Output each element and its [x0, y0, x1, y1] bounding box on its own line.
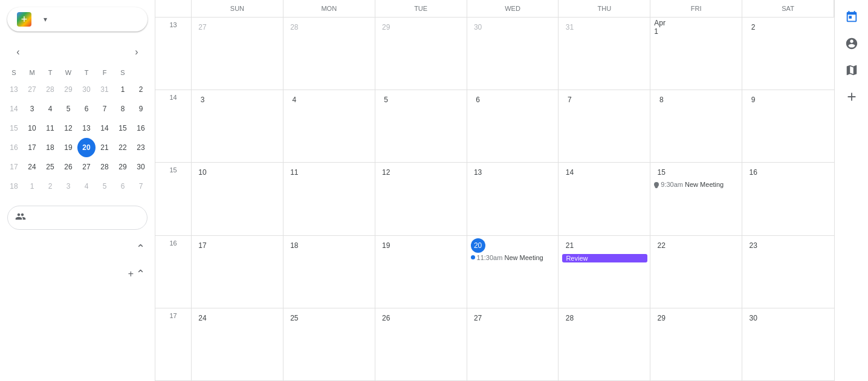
day-cell-1-6[interactable]: 9: [742, 90, 834, 162]
day-cell-2-1[interactable]: 11: [283, 163, 375, 235]
day-cell-0-2[interactable]: 29: [375, 18, 467, 90]
day-cell-4-0[interactable]: 24: [192, 308, 283, 380]
day-cell-3-1[interactable]: 18: [283, 236, 375, 308]
mini-cal-cell-4-4[interactable]: 27: [77, 157, 96, 177]
mini-cal-cell-0-1[interactable]: 27: [23, 80, 41, 99]
mini-cal-cell-5-0[interactable]: 18: [5, 177, 23, 196]
day-cell-4-2[interactable]: 26: [375, 308, 467, 380]
mini-cal-next-button[interactable]: ›: [128, 44, 145, 60]
day-cell-4-4[interactable]: 28: [559, 308, 650, 380]
my-calendars-header[interactable]: ⌃: [7, 237, 147, 260]
mini-cal-cell-1-1[interactable]: 3: [23, 99, 41, 119]
day-cell-4-1[interactable]: 25: [283, 308, 375, 380]
mini-cal-cell-4-5[interactable]: 28: [96, 157, 114, 177]
mini-cal-cell-5-7[interactable]: 7: [132, 177, 150, 196]
day-num-4-1: 25: [287, 311, 302, 325]
mini-cal-cell-0-5[interactable]: 31: [96, 80, 114, 99]
day-cell-1-4[interactable]: 7: [559, 90, 650, 162]
mini-cal-cell-4-0[interactable]: 17: [5, 157, 23, 177]
mini-cal-cell-3-4[interactable]: 20: [77, 138, 96, 157]
event-chip-purple-3-4-0[interactable]: Review: [562, 254, 647, 262]
day-cell-0-0[interactable]: 27: [192, 18, 283, 90]
mini-cal-cell-1-5[interactable]: 7: [96, 99, 114, 119]
mini-cal-cell-1-6[interactable]: 8: [114, 99, 132, 119]
day-cell-1-5[interactable]: 8: [650, 90, 742, 162]
map-icon[interactable]: [840, 58, 864, 82]
mini-cal-cell-2-5[interactable]: 14: [96, 119, 114, 138]
mini-cal-cell-3-1[interactable]: 17: [23, 138, 41, 157]
day-cell-0-6[interactable]: 2: [742, 18, 834, 90]
mini-cal-cell-4-1[interactable]: 24: [23, 157, 41, 177]
day-cell-2-0[interactable]: 10: [192, 163, 283, 235]
mini-cal-cell-0-0[interactable]: 13: [5, 80, 23, 99]
mini-cal-cell-0-2[interactable]: 28: [41, 80, 59, 99]
mini-cal-cell-5-3[interactable]: 3: [59, 177, 77, 196]
mini-cal-cell-3-6[interactable]: 22: [114, 138, 132, 157]
mini-cal-cell-2-0[interactable]: 15: [5, 119, 23, 138]
day-cell-3-3[interactable]: 2011:30am New Meeting: [467, 236, 559, 308]
search-people[interactable]: [7, 206, 147, 230]
mini-cal-cell-0-4[interactable]: 30: [77, 80, 96, 99]
mini-cal-cell-2-6[interactable]: 15: [114, 119, 132, 138]
mini-cal-cell-3-2[interactable]: 18: [41, 138, 59, 157]
mini-cal-cell-5-4[interactable]: 4: [77, 177, 96, 196]
mini-cal-cell-4-3[interactable]: 26: [59, 157, 77, 177]
day-cell-1-0[interactable]: 3: [192, 90, 283, 162]
day-cell-2-4[interactable]: 14: [559, 163, 650, 235]
account-circle-icon[interactable]: [840, 31, 864, 56]
other-calendars-header[interactable]: + ⌃: [7, 262, 147, 285]
add-icon[interactable]: [840, 85, 864, 109]
create-button[interactable]: + ▾: [7, 7, 147, 31]
mini-cal-cell-1-0[interactable]: 14: [5, 99, 23, 119]
event-time-2-5-0[interactable]: ●9:30am New Meeting: [654, 181, 739, 188]
day-cell-0-4[interactable]: 31: [559, 18, 650, 90]
mini-cal-cell-0-3[interactable]: 29: [59, 80, 77, 99]
day-cell-2-6[interactable]: 16: [742, 163, 834, 235]
mini-cal-cell-1-7[interactable]: 9: [132, 99, 150, 119]
day-cell-3-0[interactable]: 17: [192, 236, 283, 308]
day-cell-4-3[interactable]: 27: [467, 308, 559, 380]
day-cell-3-5[interactable]: 22: [650, 236, 742, 308]
mini-cal-cell-5-6[interactable]: 6: [114, 177, 132, 196]
day-cell-3-4[interactable]: 21Review: [559, 236, 650, 308]
day-cell-2-2[interactable]: 12: [375, 163, 467, 235]
mini-cal-cell-1-2[interactable]: 4: [41, 99, 59, 119]
day-cell-0-3[interactable]: 30: [467, 18, 559, 90]
mini-cal-cell-3-3[interactable]: 19: [59, 138, 77, 157]
day-cell-0-5[interactable]: Apr 1: [650, 18, 742, 90]
mini-cal-cell-3-0[interactable]: 16: [5, 138, 23, 157]
mini-cal-cell-2-4[interactable]: 13: [77, 119, 96, 138]
week-num-header: [155, 0, 192, 17]
mini-cal-cell-3-5[interactable]: 21: [96, 138, 114, 157]
header-thu: THU: [559, 0, 650, 17]
day-cell-0-1[interactable]: 28: [283, 18, 375, 90]
mini-cal-cell-2-1[interactable]: 10: [23, 119, 41, 138]
mini-cal-cell-4-2[interactable]: 25: [41, 157, 59, 177]
day-cell-3-6[interactable]: 23: [742, 236, 834, 308]
mini-cal-cell-4-6[interactable]: 29: [114, 157, 132, 177]
day-cell-2-3[interactable]: 13: [467, 163, 559, 235]
mini-cal-cell-2-2[interactable]: 11: [41, 119, 59, 138]
mini-cal-cell-2-3[interactable]: 12: [59, 119, 77, 138]
mini-cal-cell-5-5[interactable]: 5: [96, 177, 114, 196]
mini-cal-cell-1-3[interactable]: 5: [59, 99, 77, 119]
mini-cal-cell-5-2[interactable]: 2: [41, 177, 59, 196]
day-cell-3-2[interactable]: 19: [375, 236, 467, 308]
mini-cal-cell-0-7[interactable]: 2: [132, 80, 150, 99]
other-calendars-add-icon[interactable]: +: [128, 269, 134, 279]
mini-cal-prev-button[interactable]: ‹: [10, 44, 27, 60]
day-cell-1-3[interactable]: 6: [467, 90, 559, 162]
mini-cal-cell-1-4[interactable]: 6: [77, 99, 96, 119]
day-cell-4-6[interactable]: 30: [742, 308, 834, 380]
mini-cal-cell-4-7[interactable]: 30: [132, 157, 150, 177]
calendar-check-icon[interactable]: [840, 5, 864, 29]
day-cell-1-2[interactable]: 5: [375, 90, 467, 162]
day-cell-1-1[interactable]: 4: [283, 90, 375, 162]
mini-cal-cell-5-1[interactable]: 1: [23, 177, 41, 196]
mini-cal-cell-2-7[interactable]: 16: [132, 119, 150, 138]
day-cell-2-5[interactable]: 15●9:30am New Meeting: [650, 163, 742, 235]
event-dot-3-3-0[interactable]: 11:30am New Meeting: [471, 254, 556, 261]
day-cell-4-5[interactable]: 29: [650, 308, 742, 380]
mini-cal-cell-0-6[interactable]: 1: [114, 80, 132, 99]
mini-cal-cell-3-7[interactable]: 23: [132, 138, 150, 157]
